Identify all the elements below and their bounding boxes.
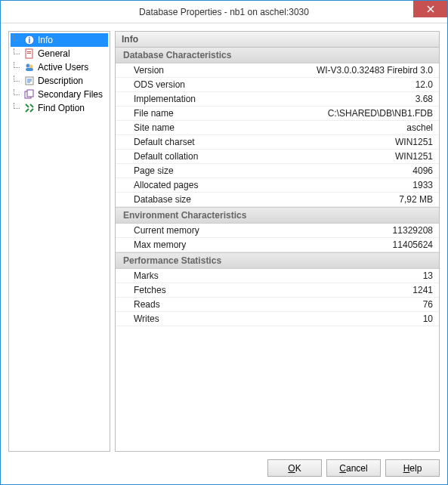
property-label: Marks — [134, 270, 423, 281]
property-row: Implementation3.68 — [116, 92, 439, 107]
property-value: 10 — [423, 314, 433, 324]
svg-rect-4 — [27, 53, 31, 54]
section-header: Performance Statistics — [116, 252, 439, 269]
property-label: Reads — [134, 299, 423, 310]
section-header: Database Characteristics — [116, 48, 439, 63]
property-value: 7,92 MB — [399, 194, 433, 205]
property-label: Default charset — [134, 137, 395, 147]
svg-rect-3 — [27, 51, 31, 52]
files-icon — [24, 89, 35, 100]
property-value: WIN1251 — [395, 137, 433, 147]
ok-button[interactable]: OK — [267, 459, 322, 477]
property-label: Fetches — [134, 285, 412, 295]
nav-label: Find Option — [38, 103, 85, 113]
content-title: Info — [115, 31, 440, 47]
property-label: Allocated pages — [134, 180, 412, 190]
property-row: Allocated pages1933 — [116, 178, 439, 193]
dialog-body: i Info General Active Users Description — [1, 23, 447, 452]
property-label: Max memory — [134, 239, 393, 250]
tree-line-icon — [14, 35, 20, 41]
nav-label: Description — [38, 76, 83, 86]
description-icon — [24, 76, 35, 86]
tree-line-icon — [14, 89, 20, 95]
svg-rect-7 — [26, 68, 33, 71]
nav-item-general[interactable]: General — [11, 47, 108, 60]
property-value: aschel — [406, 122, 433, 133]
property-value: 1933 — [412, 180, 433, 190]
property-label: Database size — [134, 194, 399, 205]
property-row: Fetches1241 — [116, 283, 439, 298]
nav-item-find-option[interactable]: Find Option — [11, 101, 108, 115]
property-value: 1241 — [412, 285, 433, 295]
help-button[interactable]: Help — [385, 459, 440, 477]
property-label: Current memory — [134, 225, 393, 236]
property-label: Implementation — [134, 94, 416, 104]
tree-line-icon — [14, 62, 20, 68]
nav-label: Info — [38, 35, 53, 45]
property-row: Site nameaschel — [116, 121, 439, 135]
property-row: File nameC:\SHARED\DB\NB1.FDB — [116, 107, 439, 121]
content-body: Database CharacteristicsVersionWI-V3.0.0… — [115, 47, 440, 452]
property-value: 11405624 — [393, 239, 433, 250]
property-value: 13 — [423, 270, 433, 281]
info-icon: i — [24, 35, 35, 45]
nav-item-info[interactable]: i Info — [11, 33, 108, 47]
property-label: Version — [134, 65, 317, 76]
property-value: C:\SHARED\DB\NB1.FDB — [328, 108, 433, 119]
nav-item-secondary-files[interactable]: Secondary Files — [11, 88, 108, 101]
svg-point-6 — [29, 65, 33, 69]
property-label: Writes — [134, 314, 423, 324]
page-icon — [24, 48, 35, 59]
property-value: 76 — [423, 299, 433, 310]
svg-text:i: i — [29, 36, 31, 45]
close-button[interactable] — [413, 1, 447, 17]
dialog-footer: OK Cancel Help — [1, 452, 447, 484]
titlebar: Database Properties - nb1 on aschel:3030 — [1, 1, 447, 23]
property-label: Default collation — [134, 151, 395, 162]
property-value: 11329208 — [393, 225, 433, 236]
property-row: Page size4096 — [116, 164, 439, 178]
svg-rect-10 — [27, 90, 33, 97]
property-row: Writes10 — [116, 312, 439, 326]
property-value: WIN1251 — [395, 151, 433, 162]
nav-item-description[interactable]: Description — [11, 74, 108, 88]
section-header: Environment Characteristics — [116, 207, 439, 224]
tree-line-icon — [14, 103, 20, 109]
nav-label: Active Users — [38, 62, 88, 73]
tree-line-icon — [14, 76, 20, 82]
property-row: Default collationWIN1251 — [116, 150, 439, 164]
property-row: Default charsetWIN1251 — [116, 135, 439, 150]
window-title: Database Properties - nb1 on aschel:3030 — [1, 7, 413, 17]
dialog-window: Database Properties - nb1 on aschel:3030… — [0, 0, 448, 485]
nav-item-active-users[interactable]: Active Users — [11, 60, 108, 74]
property-row: Reads76 — [116, 298, 439, 312]
property-value: WI-V3.0.0.32483 Firebird 3.0 — [317, 65, 433, 76]
property-row: Marks13 — [116, 269, 439, 283]
property-label: File name — [134, 108, 328, 119]
find-icon — [24, 103, 35, 113]
property-label: ODS version — [134, 79, 416, 90]
property-value: 12.0 — [416, 79, 433, 90]
property-row: VersionWI-V3.0.0.32483 Firebird 3.0 — [116, 63, 439, 78]
property-label: Page size — [134, 165, 412, 176]
cancel-button[interactable]: Cancel — [326, 459, 381, 477]
users-icon — [24, 62, 35, 73]
property-row: Current memory11329208 — [116, 224, 439, 238]
property-label: Site name — [134, 122, 406, 133]
close-icon — [427, 5, 434, 13]
nav-sidebar: i Info General Active Users Description — [8, 31, 110, 452]
property-row: ODS version12.0 — [116, 78, 439, 92]
property-value: 4096 — [412, 165, 433, 176]
property-row: Database size7,92 MB — [116, 193, 439, 207]
content-pane: Info Database CharacteristicsVersionWI-V… — [115, 31, 440, 452]
nav-label: Secondary Files — [38, 89, 103, 100]
property-value: 3.68 — [416, 94, 433, 104]
tree-line-icon — [14, 48, 20, 54]
property-row: Max memory11405624 — [116, 238, 439, 252]
nav-label: General — [38, 48, 70, 59]
